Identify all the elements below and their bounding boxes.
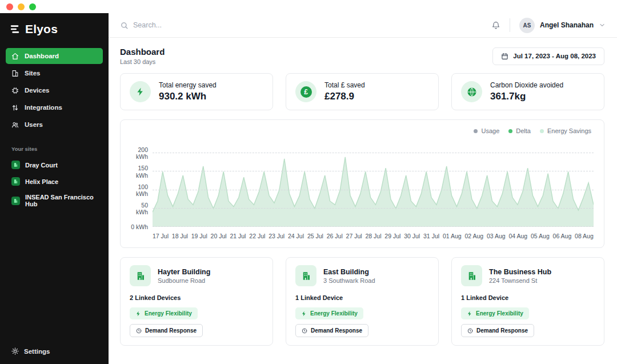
elyos-logo-icon	[9, 23, 21, 35]
linked-devices-count: 1 Linked Device	[295, 294, 429, 301]
energy-flexibility-badge: Energy Flexibility	[461, 307, 529, 319]
x-tick-label: 22 Jul	[249, 233, 265, 239]
site-address: 224 Townsend St	[489, 277, 551, 284]
stat-card-co2-avoided: Carbon Dioxide avoided 361.7kg	[451, 73, 604, 110]
energy-flexibility-badge: Energy Flexibility	[130, 307, 198, 319]
demand-response-badge: Demand Response	[130, 324, 203, 337]
user-name: Angel Shanahan	[540, 21, 594, 29]
sidebar-item-dashboard[interactable]: Dashboard	[6, 48, 103, 64]
sidebar-item-sites[interactable]: Sites	[6, 65, 103, 81]
settings-label: Settings	[24, 348, 50, 355]
chart-x-axis: 17 Jul18 Jul19 Jul20 Jul21 Jul22 Jul23 J…	[153, 233, 594, 239]
sidebar-item-label: Devices	[25, 87, 49, 94]
site-building-icon	[11, 177, 20, 186]
sidebar-site-label: Dray Court	[25, 162, 58, 169]
site-address: 3 Southwark Road	[323, 277, 375, 284]
x-tick-label: 19 Jul	[191, 233, 207, 239]
chart-y-axis: 200 kWh150 kWh100 kWh50 kWh0 kWh	[129, 142, 148, 227]
legend-item-energy-savings[interactable]: Energy Savings	[540, 127, 591, 134]
stat-label: Total £ saved	[324, 81, 365, 89]
sidebar-site-insead[interactable]: INSEAD San Francisco Hub	[0, 190, 109, 211]
x-tick-label: 24 Jul	[288, 233, 304, 239]
sidebar: Elyos Dashboard Sites Devices Integratio…	[0, 13, 109, 364]
window-titlebar	[0, 0, 617, 13]
y-tick-label: 150 kWh	[129, 165, 148, 178]
chart-svg	[153, 142, 594, 227]
usage-chart-card: UsageDeltaEnergy Savings 200 kWh150 kWh1…	[120, 119, 604, 248]
x-tick-label: 17 Jul	[153, 233, 169, 239]
page-title: Dashboard	[120, 47, 165, 57]
gear-icon	[11, 347, 19, 355]
x-tick-label: 25 Jul	[307, 233, 323, 239]
user-menu[interactable]: AS Angel Shanahan	[519, 18, 606, 33]
sidebar-item-label: Dashboard	[25, 53, 59, 59]
stat-card-energy-saved: Total energy saved 930.2 kWh	[120, 73, 273, 110]
sidebar-item-devices[interactable]: Devices	[6, 82, 103, 98]
gridline	[153, 226, 594, 227]
sidebar-item-label: Integrations	[25, 104, 62, 111]
date-range-button[interactable]: Jul 17, 2023 - Aug 08, 2023	[492, 47, 604, 65]
bolt-icon	[301, 311, 307, 317]
site-card-hayter-building[interactable]: Hayter Building Sudbourne Road 2 Linked …	[120, 257, 273, 346]
x-tick-label: 21 Jul	[230, 233, 246, 239]
stat-label: Carbon Dioxide avoided	[490, 81, 563, 89]
building-icon	[295, 265, 316, 286]
legend-label: Energy Savings	[547, 127, 591, 134]
legend-dot	[508, 129, 512, 133]
arrows-up-down-icon	[11, 104, 19, 111]
sidebar-site-dray-court[interactable]: Dray Court	[0, 157, 109, 173]
x-tick-label: 03 Aug	[487, 233, 506, 239]
globe-icon	[461, 81, 482, 102]
legend-label: Delta	[516, 127, 531, 134]
x-tick-label: 27 Jul	[346, 233, 362, 239]
x-tick-label: 29 Jul	[384, 233, 400, 239]
elyos-logo: Elyos	[0, 13, 109, 47]
home-icon	[11, 53, 19, 60]
y-tick-label: 200 kWh	[129, 146, 148, 160]
sidebar-item-integrations[interactable]: Integrations	[6, 99, 103, 115]
stat-card-money-saved: £ Total £ saved £278.9	[286, 73, 439, 110]
legend-item-delta[interactable]: Delta	[508, 127, 531, 134]
date-range-label: Jul 17, 2023 - Aug 08, 2023	[513, 53, 596, 59]
your-sites-label: Your sites	[0, 133, 109, 157]
x-tick-label: 26 Jul	[327, 233, 343, 239]
site-building-icon	[11, 161, 20, 169]
demand-response-badge: Demand Response	[295, 324, 368, 337]
clock-icon	[136, 328, 142, 334]
sidebar-item-label: Users	[25, 121, 43, 128]
device-icon	[11, 87, 19, 94]
x-tick-label: 06 Aug	[553, 233, 572, 239]
search-icon	[120, 21, 129, 30]
window-zoom-button[interactable]	[29, 3, 36, 10]
gridline	[153, 153, 594, 153]
x-tick-label: 08 Aug	[575, 233, 594, 239]
demand-response-badge: Demand Response	[461, 324, 534, 337]
sidebar-site-helix-place[interactable]: Helix Place	[0, 173, 109, 190]
x-tick-label: 04 Aug	[508, 233, 527, 239]
search-input[interactable]	[133, 21, 270, 29]
chart-legend: UsageDeltaEnergy Savings	[129, 127, 594, 134]
buildings-icon	[11, 70, 19, 77]
site-card-east-building[interactable]: East Building 3 Southwark Road 1 Linked …	[286, 257, 439, 346]
energy-flexibility-badge: Energy Flexibility	[295, 307, 363, 319]
page-subtitle: Last 30 days	[120, 58, 165, 65]
users-icon	[11, 121, 19, 129]
stat-value: 930.2 kWh	[159, 91, 217, 102]
x-tick-label: 01 Aug	[443, 233, 462, 239]
sidebar-item-users[interactable]: Users	[6, 117, 103, 133]
gridline	[153, 190, 594, 190]
legend-item-usage[interactable]: Usage	[474, 127, 499, 134]
clock-icon	[302, 328, 307, 334]
gridline	[153, 208, 594, 209]
bell-icon[interactable]	[491, 21, 500, 30]
topbar-divider	[510, 18, 510, 32]
window-minimize-button[interactable]	[18, 3, 25, 10]
bolt-icon	[467, 311, 472, 317]
window-close-button[interactable]	[6, 3, 13, 10]
site-card-business-hub[interactable]: The Business Hub 224 Townsend St 1 Linke…	[451, 257, 604, 346]
legend-label: Usage	[481, 127, 499, 134]
sidebar-item-settings[interactable]: Settings	[0, 339, 109, 364]
stat-value: £278.9	[324, 91, 365, 102]
main-area: AS Angel Shanahan Dashboard Last 30 days	[109, 13, 617, 364]
stat-cards: Total energy saved 930.2 kWh £ Total £ s…	[120, 73, 604, 110]
